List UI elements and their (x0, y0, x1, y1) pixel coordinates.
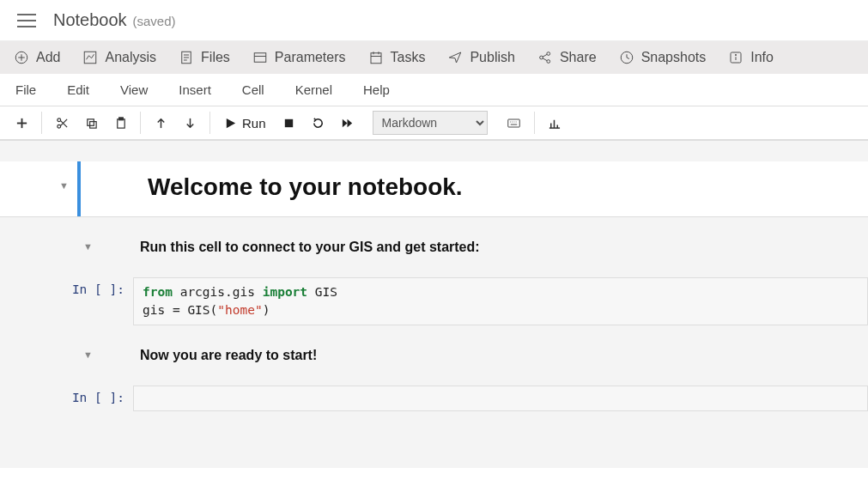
run-button[interactable]: Run (215, 116, 275, 131)
save-status: (saved) (133, 14, 176, 28)
ribbon-analysis[interactable]: Analysis (82, 50, 156, 65)
move-up-button[interactable] (146, 110, 175, 136)
svg-point-26 (57, 125, 60, 128)
input-prompt: In [ ]: (0, 386, 133, 404)
analysis-icon (82, 50, 98, 65)
svg-line-19 (543, 58, 547, 61)
collapse-icon[interactable]: ▼ (83, 241, 93, 252)
stop-button[interactable] (275, 110, 304, 136)
calendar-icon (368, 50, 384, 65)
ribbon-parameters-label: Parameters (275, 50, 346, 65)
run-label: Run (242, 116, 266, 131)
fast-forward-icon (341, 117, 354, 130)
paste-button[interactable] (106, 110, 135, 136)
paste-icon (114, 117, 127, 130)
code-token: from (143, 285, 173, 299)
app-header: Notebook (saved) (0, 0, 868, 41)
ribbon: Add Analysis Files Parameters Tasks Publ… (0, 41, 868, 74)
cut-button[interactable] (47, 110, 76, 136)
ribbon-snapshots-label: Snapshots (641, 50, 707, 65)
svg-line-18 (543, 54, 547, 57)
code-input[interactable] (133, 386, 868, 411)
run-all-button[interactable] (333, 110, 362, 136)
cell-code-1[interactable]: In [ ]: from arcgis.gis import GIS gis =… (0, 277, 868, 325)
menu-edit[interactable]: Edit (67, 82, 89, 97)
svg-point-16 (547, 52, 550, 56)
svg-marker-39 (348, 118, 353, 126)
ribbon-parameters[interactable]: Parameters (252, 50, 346, 65)
bar-chart-icon (548, 117, 561, 130)
arrow-down-icon (184, 117, 197, 130)
svg-rect-37 (285, 118, 293, 126)
separator (41, 112, 42, 134)
toolbar: Run Markdown (0, 106, 868, 140)
copy-icon (85, 117, 98, 130)
svg-rect-8 (254, 53, 266, 63)
collapse-icon[interactable]: ▼ (83, 349, 93, 360)
markdown-text: Now you are ready to start! (101, 348, 317, 363)
restart-button[interactable] (304, 110, 333, 136)
ribbon-snapshots[interactable]: Snapshots (619, 50, 707, 65)
menu-cell[interactable]: Cell (242, 82, 264, 97)
code-token: "home" (217, 303, 262, 317)
collapse-icon[interactable]: ▼ (59, 180, 69, 191)
cell-markdown-heading[interactable]: ▼ Welcome to your notebook. (0, 161, 868, 217)
restart-icon (312, 117, 325, 130)
menu-view[interactable]: View (120, 82, 148, 97)
code-token: ) (263, 303, 270, 317)
input-prompt: In [ ]: (0, 277, 133, 296)
code-token: arcgis.gis (173, 285, 263, 299)
cell-markdown-2[interactable]: ▼ Now you are ready to start! (0, 348, 868, 363)
menu-insert[interactable]: Insert (179, 82, 211, 97)
svg-rect-33 (118, 117, 123, 119)
svg-marker-36 (227, 118, 235, 127)
ribbon-add[interactable]: Add (14, 50, 60, 65)
move-down-button[interactable] (175, 110, 204, 136)
markdown-heading: Welcome to your notebook. (148, 173, 868, 201)
share-icon (537, 50, 553, 65)
play-icon (224, 117, 237, 130)
svg-point-17 (547, 60, 550, 64)
svg-point-15 (540, 56, 543, 59)
cell-code-2[interactable]: In [ ]: (0, 386, 868, 411)
stop-icon (282, 117, 295, 130)
menu-file[interactable]: File (15, 82, 36, 97)
cell-type-select[interactable]: Markdown (373, 111, 488, 135)
code-token: GIS (307, 285, 337, 299)
svg-rect-10 (371, 53, 381, 64)
insert-cell-button[interactable] (7, 110, 36, 136)
copy-button[interactable] (76, 110, 106, 136)
chart-button[interactable] (540, 110, 569, 136)
info-icon (728, 50, 744, 65)
keyboard-button[interactable] (500, 110, 529, 136)
scissors-icon (56, 117, 69, 130)
notebook-title-wrap: Notebook (saved) (53, 10, 176, 30)
plus-circle-icon (14, 50, 29, 65)
ribbon-analysis-label: Analysis (105, 50, 156, 65)
code-input[interactable]: from arcgis.gis import GIS gis = GIS("ho… (133, 277, 868, 325)
ribbon-publish-label: Publish (470, 50, 514, 65)
separator (534, 112, 535, 134)
menu-help[interactable]: Help (363, 82, 390, 97)
notebook-title: Notebook (53, 10, 127, 29)
cell-markdown-1[interactable]: ▼ Run this cell to connect to your GIS a… (0, 240, 868, 255)
svg-marker-14 (450, 52, 462, 63)
ribbon-publish[interactable]: Publish (447, 50, 514, 65)
ribbon-tasks[interactable]: Tasks (368, 50, 426, 65)
menu-kernel[interactable]: Kernel (295, 82, 332, 97)
markdown-text: Run this cell to connect to your GIS and… (101, 240, 480, 255)
ribbon-info[interactable]: Info (728, 50, 774, 65)
svg-rect-40 (508, 119, 520, 127)
clock-icon (619, 50, 634, 65)
hamburger-icon[interactable] (17, 14, 36, 27)
ribbon-tasks-label: Tasks (391, 50, 426, 65)
code-token: gis = GIS( (143, 303, 217, 317)
svg-rect-30 (87, 118, 94, 125)
code-token: import (263, 285, 307, 299)
ribbon-share[interactable]: Share (537, 50, 597, 65)
ribbon-files[interactable]: Files (179, 50, 230, 65)
publish-icon (447, 50, 463, 65)
separator (209, 112, 210, 134)
svg-point-27 (57, 118, 60, 121)
ribbon-info-label: Info (750, 50, 774, 65)
